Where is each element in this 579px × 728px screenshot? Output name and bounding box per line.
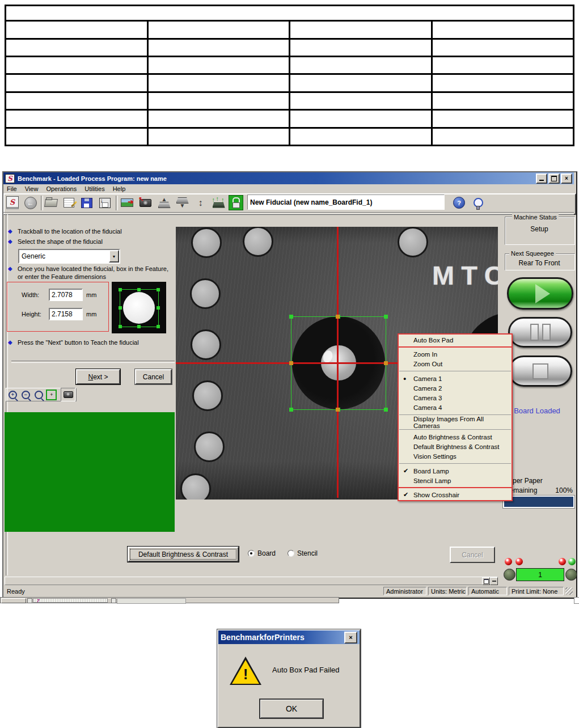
menu-item-zoom-in[interactable]: Zoom In [399,349,512,359]
save-as-icon[interactable]: ↓ [97,195,112,210]
status-mode: Automatic [468,587,507,595]
pcb-pad [180,473,211,500]
pcb-pad [191,329,221,360]
menu-item-auto-brightness[interactable]: Auto Brightness & Contrast [399,432,512,442]
menu-help[interactable]: Help [113,185,126,192]
menu-item-stencil-lamp[interactable]: Stencil Lamp [399,476,512,485]
dialog-close-button[interactable]: × [344,632,357,644]
next-button[interactable]: Next > [75,369,121,385]
status-led-green [568,558,576,565]
table-row [6,92,574,109]
start-button[interactable] [507,277,573,310]
machine-status-title: Machine Status [512,214,559,221]
maximize-button[interactable] [548,173,560,184]
stencil-radio[interactable] [288,550,294,557]
zoom-reset-icon[interactable] [33,389,45,400]
lock-icon[interactable] [229,195,243,210]
selection-handle[interactable] [289,315,293,319]
instruction-box-feature: ◆ Once you have located the fiducial, bo… [8,265,174,281]
fiducial-name-field[interactable] [247,194,445,210]
next-squeegee-value: Rear To Front [505,259,574,267]
selection-handle[interactable] [289,408,293,412]
menu-item-default-brightness[interactable]: Default Brightness & Contrast [399,442,512,451]
pause-button[interactable] [508,317,572,348]
preview-selection-box [120,289,159,327]
snapshot-camera-icon[interactable] [61,388,75,401]
splitter-strip[interactable] [5,577,498,585]
lamp-indicator [504,569,515,581]
zoom-in-icon[interactable]: + [7,389,19,400]
menu-item-camera-1[interactable]: ●Camera 1 [399,374,512,383]
board-raise-icon[interactable]: ▲ [157,195,172,210]
collapse-pane-button[interactable] [490,577,498,585]
save-icon[interactable] [79,195,94,210]
status-ready: Ready [5,587,382,595]
menu-item-camera-2[interactable]: Camera 2 [399,383,512,393]
pcb-pad [243,227,273,257]
dialog-title-bar[interactable]: BenchmarkforPrinters × [218,630,360,644]
lamp-bulb-icon[interactable] [471,195,486,210]
fiducial-preview [112,282,166,333]
menu-item-display-all-cameras[interactable]: Display Images From All Cameras [399,417,512,427]
toolbar-separator [116,196,118,210]
benchmark-logo-icon[interactable]: S [5,195,20,210]
selection-handle[interactable] [384,408,388,412]
menu-item-auto-box-pad[interactable]: Auto Box Pad [399,335,512,345]
zoom-out-icon[interactable]: − [20,389,32,400]
menu-view[interactable]: View [25,185,39,192]
menu-utilities[interactable]: Utilities [84,185,104,192]
edit-note-icon[interactable] [61,195,77,210]
ok-button[interactable]: OK [259,699,324,719]
default-brightness-button[interactable]: Default Brightness & Contrast [127,546,239,562]
toolbar-divider [3,212,574,214]
shape-select[interactable]: Generic ▼ [18,249,120,264]
table-row [6,128,574,145]
selection-handle[interactable] [384,315,388,319]
fit-view-icon[interactable]: + [45,389,57,400]
board-separate-icon[interactable]: ↑ ↑ ↑ [210,195,226,210]
width-field[interactable] [49,289,83,301]
remaining-percent: 100% [555,486,573,494]
status-led-red [559,558,566,565]
minimize-button[interactable] [536,173,547,184]
instruction-trackball: ◆ Trackball to the location of the fiduc… [8,227,174,235]
menu-item-camera-4[interactable]: Camera 4 [399,403,512,412]
camera-capture-icon[interactable]: ↖ [138,195,153,210]
menu-item-camera-3[interactable]: Camera 3 [399,393,512,403]
help-icon[interactable]: ? [451,195,467,210]
board-radio[interactable] [248,550,255,557]
menu-item-vision-settings[interactable]: Vision Settings [399,451,512,461]
menu-item-zoom-out[interactable]: Zoom Out [399,359,512,369]
restore-pane-button[interactable] [482,577,490,585]
camera-selection-box[interactable] [291,316,386,410]
status-bar: Ready Administrator Units: Metric Automa… [3,586,574,596]
height-adjust-icon[interactable]: ↕ [193,195,208,210]
menu-file[interactable]: File [7,185,17,192]
menu-item-board-lamp[interactable]: ✔Board Lamp [399,466,512,476]
menu-item-show-crosshair[interactable]: ✔Show Crosshair [399,490,512,500]
status-print-limit: Print Limit: None [509,587,564,595]
chevron-down-icon[interactable]: ▼ [109,250,119,263]
stencil-radio-label[interactable]: Stencil [297,549,318,557]
menu-operations[interactable]: Operations [46,185,77,192]
stop-button[interactable] [508,355,572,387]
cancel-button[interactable]: Cancel [134,369,172,385]
height-field[interactable] [49,308,83,320]
title-bar[interactable]: S Benchmark - Loaded Process Program: ne… [3,172,574,184]
open-folder-icon[interactable] [43,195,58,210]
table-header-row [6,6,574,21]
result-display-panel [5,412,175,532]
pcb-pad [191,227,222,258]
board-lower-icon[interactable]: ▼ [175,195,190,210]
pcb-pad [192,380,223,411]
crosshair-tick [336,315,340,319]
close-button[interactable]: × [561,173,572,184]
crosshair-tick [336,408,340,412]
resize-grip[interactable] [565,587,573,595]
menu-divider [399,463,511,464]
table-row [6,57,574,74]
fragment-strip: 7 [33,598,108,603]
back-icon[interactable]: ← [23,195,38,210]
board-radio-label[interactable]: Board [257,549,276,557]
image-export-icon[interactable]: ➔ [119,195,134,210]
